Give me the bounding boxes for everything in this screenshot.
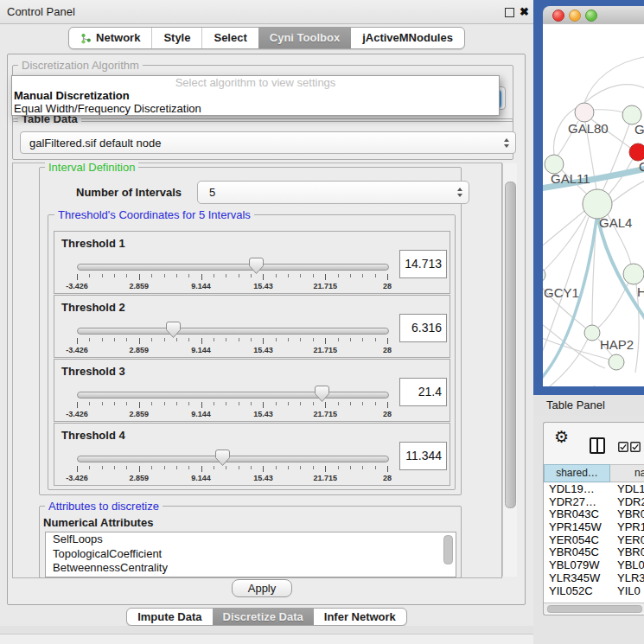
- slider-track[interactable]: [77, 328, 389, 335]
- table-cell[interactable]: YDR27…: [544, 496, 610, 509]
- threshold-panel-1: Threshold 1-3.4262.8599.14415.4321.71528…: [54, 231, 450, 294]
- threshold-value-field[interactable]: 14.713: [399, 250, 447, 278]
- popup-option-manual-discretization[interactable]: Manual Discretization: [12, 89, 499, 102]
- tick-label: 21.715: [313, 410, 337, 418]
- tab-label: Impute Data: [137, 609, 201, 625]
- float-window-icon[interactable]: [505, 8, 514, 17]
- tab-infer-network[interactable]: Infer Network: [314, 609, 406, 625]
- table-cell[interactable]: YLR345W: [544, 572, 610, 585]
- checkbox-checked-icon[interactable]: [618, 442, 628, 452]
- network-node-gal4[interactable]: [583, 189, 612, 219]
- network-node-gal80[interactable]: [575, 103, 594, 122]
- network-canvas[interactable]: GAL80GACGAL11GAL4GCY1HHAP2: [543, 24, 644, 386]
- attribute-item-betweennesscentrality[interactable]: BetweennessCentrality: [46, 561, 456, 576]
- slider-tick-labels: -3.4262.8599.14415.4321.71528: [77, 346, 387, 354]
- table-cell[interactable]: YBR0: [610, 546, 644, 559]
- table-data-combobox[interactable]: galFiltered.sif default node: [20, 131, 516, 154]
- network-node[interactable]: [609, 354, 624, 370]
- tab-label: Cyni Toolbox: [270, 28, 340, 48]
- tick-label: 28: [383, 282, 392, 290]
- spinner-stepper-icon[interactable]: [457, 188, 462, 197]
- tab-label: Network: [96, 28, 140, 48]
- table-cell[interactable]: YIL0: [610, 585, 644, 598]
- slider-track[interactable]: [77, 264, 389, 271]
- zoom-traffic-light-icon[interactable]: [585, 10, 597, 22]
- table-row[interactable]: YDL19…YDL1: [544, 483, 644, 496]
- scrollbar-thumb[interactable]: [505, 182, 516, 508]
- tick-label: -3.426: [66, 346, 88, 354]
- table-cell[interactable]: YLR3: [610, 572, 644, 585]
- close-traffic-light-icon[interactable]: [552, 10, 564, 22]
- table-cell[interactable]: YER054C: [544, 534, 610, 547]
- network-node-c[interactable]: [629, 143, 644, 161]
- table-cell[interactable]: YBL0: [610, 559, 644, 572]
- table-data-value: galFiltered.sif default node: [29, 137, 161, 150]
- table-header-row: shared… na: [544, 464, 644, 482]
- minimize-traffic-light-icon[interactable]: [569, 10, 581, 22]
- table-row[interactable]: YBL079WYBL0: [544, 559, 644, 572]
- scrollbar-thumb[interactable]: [547, 605, 642, 613]
- popup-hint: Select algorithm to view settings: [12, 76, 499, 89]
- tab-cyni-toolbox[interactable]: Cyni Toolbox: [258, 28, 351, 48]
- tick-label: -3.426: [66, 474, 88, 482]
- table-cell[interactable]: YPR1: [610, 521, 644, 534]
- table-row[interactable]: YER054CYER0: [544, 534, 644, 547]
- table-cell[interactable]: YPR145W: [544, 521, 610, 534]
- vertical-scrollbar[interactable]: [502, 163, 517, 577]
- tab-impute-data[interactable]: Impute Data: [127, 609, 212, 625]
- table-row[interactable]: YBR043CYBR0: [544, 508, 644, 521]
- network-node-h[interactable]: [623, 264, 644, 284]
- slider-track[interactable]: [77, 392, 389, 399]
- table-cell[interactable]: YDR2: [610, 496, 644, 509]
- top-tab-bar: NetworkStyleSelectCyni ToolboxjActiveMNo…: [0, 27, 533, 49]
- tab-jactivemnodules[interactable]: jActiveMNodules: [351, 28, 464, 48]
- number-of-intervals-spinner[interactable]: 5: [197, 181, 469, 204]
- slider-thumb[interactable]: [249, 258, 264, 274]
- table-row[interactable]: YDR27…YDR2: [544, 496, 644, 509]
- network-node-label: C: [639, 159, 644, 174]
- tab-network[interactable]: Network: [69, 28, 151, 48]
- horizontal-scrollbar[interactable]: [544, 603, 644, 613]
- table-cell[interactable]: YBR043C: [544, 508, 610, 521]
- close-icon[interactable]: ✖: [520, 3, 529, 20]
- checkbox-checked-icon[interactable]: [630, 442, 641, 452]
- attributes-group-label: Attributes to discretize: [45, 500, 163, 513]
- table-row[interactable]: YLR345WYLR3: [544, 572, 644, 585]
- tab-discretize-data[interactable]: Discretize Data: [213, 609, 314, 625]
- network-node-hap2[interactable]: [584, 325, 600, 341]
- table-cell[interactable]: YIL052C: [544, 585, 610, 598]
- table-cell[interactable]: YDL1: [610, 483, 644, 496]
- slider-thumb[interactable]: [315, 386, 329, 402]
- attribute-item-selfloops[interactable]: SelfLoops: [46, 532, 456, 547]
- threshold-value-field[interactable]: 6.316: [399, 314, 447, 342]
- gear-icon[interactable]: ⚙: [554, 428, 569, 447]
- list-scrollbar-thumb[interactable]: [443, 535, 453, 564]
- slider-thumb[interactable]: [215, 450, 230, 466]
- apply-button[interactable]: Apply: [232, 579, 292, 597]
- tab-select[interactable]: Select: [201, 28, 258, 48]
- table-cell[interactable]: YDL19…: [544, 483, 610, 496]
- split-pane-icon[interactable]: [590, 437, 605, 454]
- table-row[interactable]: YPR145WYPR1: [544, 521, 644, 534]
- tab-style[interactable]: Style: [151, 28, 201, 48]
- table-header-name[interactable]: na: [610, 464, 644, 482]
- attribute-item-topologicalcoefficient[interactable]: TopologicalCoefficient: [46, 547, 456, 562]
- numerical-attributes-list[interactable]: SelfLoopsTopologicalCoefficientBetweenne…: [45, 532, 456, 577]
- network-node-label: GAL80: [568, 121, 609, 136]
- slider-thumb[interactable]: [166, 322, 181, 338]
- table-cell[interactable]: YBL079W: [544, 559, 610, 572]
- table-cell[interactable]: YBR045C: [544, 546, 610, 559]
- threshold-value-field[interactable]: 11.344: [399, 442, 447, 470]
- threshold-value-field[interactable]: 21.4: [399, 378, 447, 406]
- popup-option-equal-width-frequency-discretization[interactable]: Equal Width/Frequency Discretization: [12, 102, 499, 115]
- slider-ticks: [77, 466, 387, 473]
- table-header-shared-name[interactable]: shared…: [544, 464, 610, 482]
- network-node-label: GCY1: [544, 285, 579, 300]
- slider-track[interactable]: [77, 456, 389, 462]
- combobox-stepper-icon[interactable]: [504, 138, 509, 148]
- table-cell[interactable]: YBR0: [610, 508, 644, 521]
- table-row[interactable]: YBR045CYBR0: [544, 546, 644, 559]
- threshold-label: Threshold 3: [61, 365, 125, 378]
- table-cell[interactable]: YER0: [610, 534, 644, 547]
- table-row[interactable]: YIL052CYIL0: [544, 585, 644, 598]
